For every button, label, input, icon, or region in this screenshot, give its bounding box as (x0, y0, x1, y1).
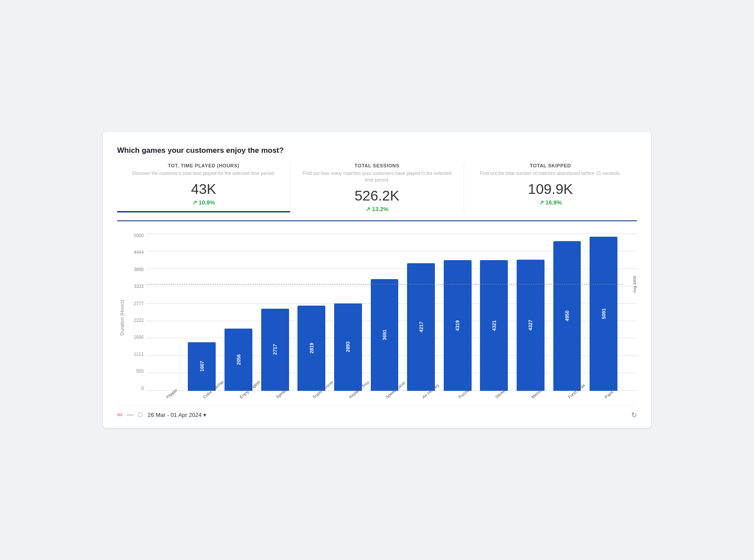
y-ticks: 055511111666222227773333388844445000 (128, 234, 146, 401)
bar-label-12: Paint (604, 390, 614, 399)
metric-total-skipped[interactable]: TOTAL SKIPPED Find out the total number … (464, 163, 637, 212)
infinity-icon[interactable]: ∞ (117, 411, 122, 419)
bar-value-11: 4950 (564, 310, 570, 321)
bar-group-8: 4319Puzzle (440, 234, 475, 391)
metric-value-time-played: 43K (126, 181, 281, 197)
date-range-selector[interactable]: 26 Mar - 01 Apr 2024 ▾ (148, 412, 206, 418)
bar-12: 5091 (590, 237, 617, 391)
y-axis-label: Duration (Hours) (117, 234, 127, 401)
bar-value-9: 4321 (491, 320, 497, 331)
bar-value-7: 4217 (419, 322, 424, 332)
metric-desc-total-sessions: Find out how many matches your customers… (299, 170, 454, 183)
y-tick: 555 (128, 369, 146, 374)
metric-value-total-skipped: 109.9K (473, 181, 628, 197)
bar-1: 1607 (188, 342, 216, 391)
bar-group-2: 2056Enjoy English (221, 234, 256, 391)
metric-value-total-sessions: 526.2K (299, 188, 454, 204)
bar-3: 2717 (261, 309, 289, 391)
bar-10: 4327 (517, 260, 545, 390)
bars-row: Flipper1607Color Catcher2056Enjoy Englis… (146, 234, 623, 391)
bar-value-1: 1607 (199, 361, 205, 371)
metric-change-total-sessions: ↗ 13.2% (299, 206, 454, 212)
metric-desc-total-skipped: Find out the total number of matches aba… (473, 170, 628, 177)
bar-value-2: 2056 (236, 354, 241, 365)
bar-group-6: 3691Speed Racer (367, 234, 402, 391)
bar-group-11: 4950Food Ninja (550, 234, 585, 391)
metric-label-total-skipped: TOTAL SKIPPED (473, 163, 628, 168)
y-tick: 3333 (128, 284, 146, 289)
y-tick: 2222 (128, 318, 146, 323)
bar-group-7: 4217Air Hockey (404, 234, 438, 391)
footer-icons: ∞ — □ (117, 411, 142, 419)
y-tick: 3888 (128, 268, 146, 272)
bar-11: 4950 (553, 241, 581, 391)
y-tick: 1666 (128, 335, 146, 340)
main-card: Which games your customers enjoy the mos… (103, 132, 651, 428)
metric-change-time-played: ↗ 10.9% (126, 199, 281, 206)
y-tick: 1111 (128, 352, 146, 357)
bar-label-0: Flipper (165, 387, 178, 399)
chart-area: Duration (Hours) 05551111166622222777333… (117, 234, 637, 401)
metric-label-time-played: TOT. TIME PLAYED (HOURS) (126, 163, 281, 168)
bar-8: 4319 (444, 260, 472, 391)
metric-desc-time-played: Discover the customer's total time playe… (126, 170, 281, 177)
refresh-icon[interactable]: ↻ (631, 411, 637, 419)
metric-label-total-sessions: TOTAL SESSIONS (299, 163, 454, 168)
bar-group-5: 2893Airplane Toss (331, 234, 366, 391)
bar-group-4: 2819Super Soccer (294, 234, 329, 391)
metric-change-total-skipped: ↗ 16.9% (473, 199, 628, 206)
bar-6: 3691 (371, 279, 399, 391)
bar-value-6: 3691 (382, 329, 387, 340)
bar-value-10: 4327 (528, 320, 533, 330)
metric-total-sessions[interactable]: TOTAL SESSIONS Find out how many matches… (290, 163, 464, 212)
minus-icon[interactable]: — (126, 411, 133, 419)
avg-label: Avg 3309 (632, 276, 637, 293)
square-icon[interactable]: □ (138, 411, 142, 419)
bar-value-4: 2819 (309, 343, 314, 353)
bar-value-12: 5091 (601, 308, 606, 319)
chevron-down-icon: ▾ (203, 412, 206, 418)
bar-9: 4321 (480, 260, 508, 391)
bar-group-10: 4327Memory (513, 234, 548, 391)
bar-value-3: 2717 (272, 344, 278, 355)
metric-time-played[interactable]: TOT. TIME PLAYED (HOURS) Discover the cu… (117, 163, 290, 212)
bar-2: 2056 (225, 329, 252, 391)
bar-4: 2819 (297, 306, 325, 391)
bar-group-0: Flipper (148, 234, 183, 391)
bars-container: Flipper1607Color Catcher2056Enjoy Englis… (146, 234, 637, 401)
y-tick: 2777 (128, 302, 146, 306)
metrics-row: TOT. TIME PLAYED (HOURS) Discover the cu… (117, 163, 637, 221)
card-title: Which games your customers enjoy the mos… (117, 146, 637, 155)
y-tick: 0 (128, 386, 146, 391)
bar-group-1: 1607Color Catcher (185, 234, 220, 391)
date-range-text: 26 Mar - 01 Apr 2024 (148, 412, 202, 418)
bar-value-5: 2893 (345, 341, 350, 352)
bar-5: 2893 (334, 303, 362, 391)
bar-group-12: 5091Paint (586, 234, 621, 391)
footer-bar: ∞ — □ 26 Mar - 01 Apr 2024 ▾ ↻ (117, 405, 637, 419)
bar-group-3: 2717SpinBall (258, 234, 293, 391)
bar-7: 4217 (407, 263, 435, 391)
bar-value-8: 4319 (455, 320, 460, 331)
y-tick: 4444 (128, 250, 146, 255)
y-tick: 5000 (128, 234, 146, 238)
bar-group-9: 4321Sticker (476, 234, 511, 391)
